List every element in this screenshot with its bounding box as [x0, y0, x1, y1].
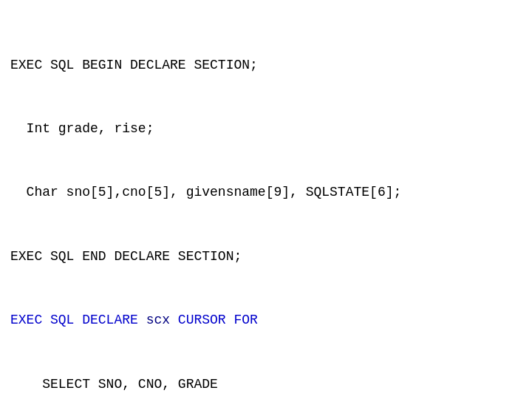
code-line-3: Char sno[5],cno[5], givensname[9], SQLST…	[10, 182, 522, 203]
code-line-6: SELECT SNO, CNO, GRADE	[10, 374, 522, 395]
code-line-1: EXEC SQL BEGIN DECLARE SECTION;	[10, 55, 522, 76]
code-display: EXEC SQL BEGIN DECLARE SECTION; Int grad…	[10, 12, 522, 399]
code-line-5: EXEC SQL DECLARE scx CURSOR FOR	[10, 310, 522, 331]
code-line-2: Int grade, rise;	[10, 118, 522, 140]
code-line-4: EXEC SQL END DECLARE SECTION;	[10, 246, 522, 267]
